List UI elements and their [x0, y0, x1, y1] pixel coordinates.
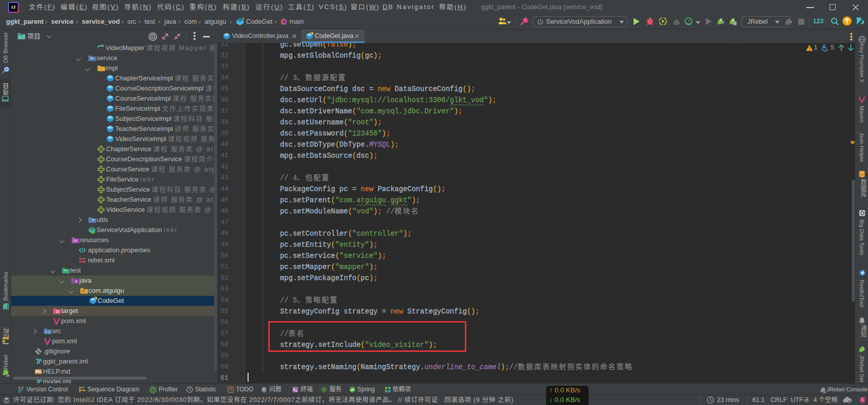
svg-text:JR: JR	[823, 391, 827, 393]
svg-text:JR: JR	[6, 374, 10, 377]
